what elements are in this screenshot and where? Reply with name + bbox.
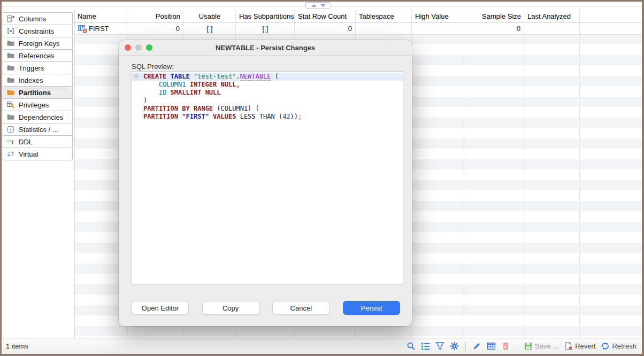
- sql-line-3[interactable]: ID SMALLINT NULL: [132, 89, 403, 97]
- sidebar-item-columns[interactable]: Columns: [3, 12, 73, 25]
- sql-token: ) (: [248, 105, 259, 112]
- sql-preview-editor[interactable]: CREATE TABLE "test-test".NEWTABLE ( COLU…: [132, 71, 403, 284]
- sql-line-4[interactable]: ): [132, 97, 403, 105]
- search-button[interactable]: [405, 340, 417, 352]
- dialog-titlebar[interactable]: NEWTABLE - Persist Changes: [119, 40, 412, 56]
- open-editor-button[interactable]: Open Editor: [132, 301, 189, 315]
- revert-button[interactable]: Revert: [563, 340, 596, 352]
- sidebar-item-dependencies[interactable]: Dependencies: [3, 111, 73, 123]
- sql-line-6[interactable]: PARTITION "FIRST" VALUES LESS THAN (42))…: [132, 113, 403, 121]
- sidebar-item-label: DDL: [19, 138, 33, 146]
- sidebar-item-label: Triggers: [19, 64, 44, 72]
- sql-token: CREATE: [143, 73, 166, 80]
- status-bar: 1 items Save ...RevertRefresh: [2, 338, 642, 354]
- sidebar-item-label: Partitions: [19, 89, 51, 97]
- sql-token: "test-test": [194, 73, 236, 80]
- fold-collapse-icon[interactable]: [134, 74, 139, 79]
- filter-button[interactable]: [434, 340, 446, 352]
- save-icon: [524, 342, 533, 351]
- revert-icon: [564, 342, 573, 351]
- column-header-position[interactable]: Position: [127, 12, 183, 20]
- sql-token: [209, 113, 213, 120]
- column-separator: [464, 10, 464, 338]
- sidebar-item-virtual[interactable]: Virtual: [3, 148, 73, 160]
- toolbar-separator: [517, 342, 517, 351]
- sidebar-item-constraints[interactable]: Constraints: [3, 25, 73, 37]
- column-separator: [579, 10, 580, 338]
- statistics-icon: i: [6, 125, 15, 134]
- dialog-title: NEWTABLE - Persist Changes: [216, 44, 315, 52]
- sql-token: NULL: [221, 81, 236, 88]
- sidebar-item-label: Indexes: [19, 76, 43, 84]
- column-header-usable[interactable]: Usable: [183, 12, 236, 20]
- copy-button[interactable]: Copy: [202, 301, 259, 315]
- column-header-name[interactable]: Name: [74, 12, 127, 20]
- item-count-label: 1 items: [6, 342, 28, 350]
- sql-line-2[interactable]: COLUMN1 INTEGER NULL,: [132, 81, 403, 89]
- sql-token: [166, 73, 170, 80]
- cell-value: 0: [176, 25, 180, 33]
- column-header-has-subpartitions[interactable]: Has Subpartitions: [236, 12, 295, 20]
- table-button[interactable]: [486, 340, 497, 352]
- folder-icon: [6, 64, 15, 72]
- traffic-lights: [125, 44, 152, 51]
- sidebar-item-triggers[interactable]: Triggers: [3, 61, 73, 74]
- sidebar-item-label: Virtual: [19, 150, 39, 158]
- sidebar-item-foreign-keys[interactable]: Foreign Keys: [3, 37, 73, 50]
- column-header-last-analyzed[interactable]: Last Analyzed: [524, 12, 580, 20]
- close-icon[interactable]: [125, 44, 131, 51]
- cell-sample-size[interactable]: 0: [464, 25, 524, 33]
- sql-token: ;: [298, 113, 302, 120]
- sql-token: ,: [236, 81, 240, 88]
- sql-token: TABLE: [171, 73, 190, 80]
- sidebar-item-privileges[interactable]: Privileges: [3, 98, 73, 111]
- toolbar-separator: [465, 342, 466, 351]
- sql-line-5[interactable]: PARTITION BY RANGE (COLUMN1) (: [132, 105, 403, 113]
- sql-token: [217, 81, 220, 88]
- folder-icon: [6, 76, 15, 84]
- cell-stat-row-count[interactable]: 0: [295, 25, 356, 33]
- cell-usable[interactable]: [ ]: [183, 25, 236, 33]
- column-header-sample-size[interactable]: Sample Size: [464, 12, 524, 20]
- sidebar-item-label: Dependencies: [19, 113, 63, 121]
- sql-token: ID: [159, 89, 166, 96]
- column-header-stat-row-count[interactable]: Stat Row Count: [295, 12, 356, 20]
- sidebar-item-partitions[interactable]: Partitions: [3, 86, 73, 99]
- sql-line-1[interactable]: CREATE TABLE "test-test".NEWTABLE (: [132, 73, 403, 81]
- splitter-collapse-widget[interactable]: [305, 2, 331, 9]
- grouping-button[interactable]: [420, 340, 431, 352]
- folder-icon: [6, 51, 15, 60]
- sidebar: ColumnsConstraintsForeign KeysReferences…: [2, 10, 74, 338]
- refresh-button[interactable]: Refresh: [600, 340, 638, 352]
- sidebar-item-references[interactable]: References: [3, 49, 73, 62]
- cell-name[interactable]: FIRST: [74, 25, 127, 33]
- minimize-icon[interactable]: [135, 44, 142, 51]
- edit-button[interactable]: [471, 340, 482, 352]
- cancel-button[interactable]: Cancel: [272, 301, 329, 315]
- sidebar-item-statistics[interactable]: iStatistics / ...: [3, 123, 73, 136]
- delete-icon: [501, 342, 510, 351]
- delete-button[interactable]: [500, 340, 511, 352]
- cell-has-subpartitions[interactable]: [ ]: [236, 25, 295, 33]
- column-header-high-value[interactable]: High Value: [412, 12, 464, 20]
- save-button[interactable]: Save ...: [523, 340, 559, 352]
- sidebar-item-ddl[interactable]: <>TDDL: [3, 135, 73, 148]
- collapse-up-icon[interactable]: [311, 4, 317, 7]
- ddl-icon: <>T: [6, 137, 15, 146]
- sidebar-item-label: References: [19, 52, 54, 60]
- collapse-down-icon[interactable]: [320, 4, 326, 7]
- cell-position[interactable]: 0: [127, 25, 183, 33]
- persist-changes-dialog: NEWTABLE - Persist Changes SQL Preview: …: [119, 40, 412, 326]
- dialog-buttons: Open EditorCopyCancelPersist: [132, 301, 400, 315]
- app-window: ColumnsConstraintsForeign KeysReferences…: [0, 0, 644, 356]
- cell-value: FIRST: [89, 25, 109, 33]
- filter-icon: [435, 342, 444, 351]
- column-separator: [524, 10, 524, 338]
- table-row[interactable]: FIRST0[ ][ ]00: [74, 23, 642, 35]
- sql-token: LESS THAN (: [236, 113, 282, 120]
- persist-button[interactable]: Persist: [343, 301, 400, 315]
- settings-button[interactable]: [449, 340, 460, 352]
- column-header-tablespace[interactable]: Tablespace: [356, 12, 412, 20]
- sidebar-item-indexes[interactable]: Indexes: [3, 74, 73, 87]
- zoom-icon[interactable]: [146, 44, 152, 51]
